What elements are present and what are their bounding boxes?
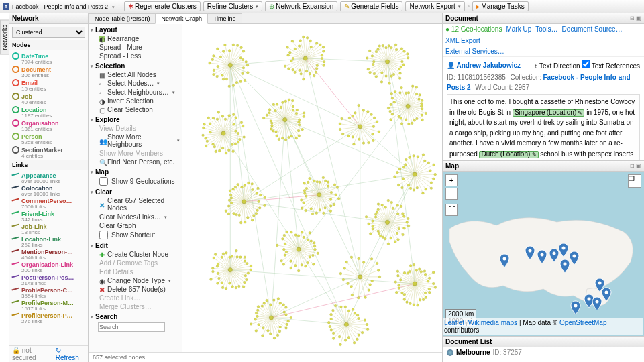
clear-selection[interactable]: ▢Clear Selection [89,105,182,114]
svg-point-672 [327,181,329,184]
doc-person[interactable]: 👤 Andrew Jakubowicz [447,60,521,70]
spread-more[interactable]: Spread - More [89,43,182,52]
delete-nodes[interactable]: ✖Delete 657 Node(s) [89,285,182,294]
svg-point-408 [270,120,272,123]
svg-point-341 [203,123,206,125]
panel-controls[interactable]: ⊟ ▣ [630,15,641,21]
network-expansion-button[interactable]: ⊕Network Expansion [265,1,337,11]
spread-less[interactable]: Spread - Less [89,52,182,60]
svg-line-31 [271,318,346,324]
svg-point-140 [291,40,294,42]
svg-point-323 [215,150,217,153]
svg-point-104 [315,67,318,70]
svg-point-989 [418,268,421,271]
svg-point-831 [317,252,319,255]
search-group[interactable]: Search [89,312,182,321]
svg-point-296 [421,99,423,102]
tab-timeline[interactable]: Timeline [207,13,242,23]
text-refs-checkbox[interactable] [582,60,590,68]
entity-singapore[interactable]: Singapore (Location) ✎ [513,109,585,117]
edit-group[interactable]: Edit [89,241,182,250]
clear-nodes-links[interactable]: Clear Nodes/Links… [89,213,182,221]
show-geolocations[interactable]: Show 9 Geolocations [89,176,182,186]
network-tab[interactable]: Network [12,15,38,22]
regenerate-clusters-button[interactable]: ✱Regenerate Clusters [124,1,201,11]
svg-point-991 [420,270,423,273]
clear-group[interactable]: Clear [89,188,182,196]
svg-point-640 [305,209,307,212]
add-remove-tags: Add / Remove Tags [89,259,182,267]
svg-point-370 [221,131,225,135]
svg-point-163 [303,56,307,60]
select-nodes[interactable]: ▫Select Nodes… [89,79,182,88]
change-node-type[interactable]: ◉Change Node Type [89,276,182,285]
clear-graph[interactable]: Clear Graph [89,221,182,230]
search-input[interactable] [98,322,165,332]
svg-point-780 [221,286,224,289]
clear-selected[interactable]: ✖Clear 657 Selected Nodes [89,196,182,213]
external-services[interactable]: External Services… [445,48,504,55]
svg-point-91 [241,58,244,61]
tab-network-graph[interactable]: Network Graph [155,13,208,24]
refine-clusters-button[interactable]: Refine Clusters [203,1,262,11]
text-direction[interactable]: ↕ Text Direction [534,62,580,70]
svg-point-987 [415,269,418,272]
map-panel-controls[interactable]: ⊟ ▣ [630,163,641,169]
svg-point-112 [305,70,308,72]
fullscreen-button[interactable]: ⛶ [445,204,458,216]
xml-export-link[interactable]: XML Export [445,37,480,44]
svg-point-941 [424,292,427,294]
svg-point-402 [270,128,273,131]
svg-point-426 [282,101,284,104]
svg-point-889 [313,242,316,245]
select-all[interactable]: ▦Select All Nodes [89,70,182,79]
rearrange[interactable]: ◐Rearrange [89,34,182,43]
manage-tasks-button[interactable]: ▸Manage Tasks [472,1,528,11]
svg-point-532 [409,156,411,159]
generate-fields-button[interactable]: ✎Generate Fields [340,1,402,11]
zoom-out-button[interactable]: − [445,188,458,200]
layers-button[interactable]: ❐ [628,174,641,188]
svg-point-967 [398,284,400,286]
svg-point-337 [209,131,212,133]
create-cluster[interactable]: ✚Create Cluster Node [89,250,182,259]
svg-line-58 [213,65,230,74]
explore-group[interactable]: Explore [89,115,182,124]
svg-point-430 [288,99,290,101]
doclist-row[interactable]: Melbourne ID: 37257 [443,347,644,357]
svg-point-691 [402,233,405,236]
network-export-button[interactable]: Network Export [405,1,464,11]
svg-point-252 [405,119,407,121]
status-bar: 657 selected nodes [89,352,442,362]
doc-source-link[interactable]: Document Source… [562,25,623,33]
map-canvas[interactable]: + − ⛶ ❐ 2000 km1000 mi Leaflet | Wikimed… [443,172,644,337]
zoom-in-button[interactable]: + [445,174,458,186]
layout-group[interactable]: Layout [89,25,182,34]
tab-node-table[interactable]: Node Table (Person) [89,13,156,23]
svg-line-224 [388,48,402,62]
selection-group[interactable]: Selection [89,62,182,70]
show-shortcut[interactable]: Show Shortcut [89,230,182,240]
svg-point-473 [341,117,343,120]
svg-point-628 [324,206,327,209]
select-neighbours[interactable]: ◦Select Neighbours… [89,88,182,97]
entities-list: DateTime7974 entitiesDocument306 entitie… [9,50,88,160]
find-near[interactable]: 🔍Find Near Person, etc. [89,158,182,166]
refresh-button[interactable]: ↻ Refresh [56,347,85,361]
title-dropdown[interactable] [111,3,115,10]
svg-point-299 [406,104,410,108]
markup-link[interactable]: Mark Up [506,25,531,33]
clustered-select[interactable]: Clustered [12,27,85,38]
svg-point-67 [211,58,214,61]
geo-checkbox[interactable] [99,177,108,186]
network-graph-canvas[interactable] [182,24,442,352]
tools-link[interactable]: Tools… [535,25,557,33]
map-group[interactable]: Map [89,168,182,176]
svg-point-494 [434,173,437,176]
show-more-neighbours[interactable]: 👥Show More Neighbours [89,133,182,149]
entity-dutch[interactable]: Dutch (Location) ✎ [479,151,538,158]
networks-vertical-tab[interactable]: Networks [0,20,9,55]
geo-count[interactable]: ● 12 Geo-locations [445,25,502,33]
invert-selection[interactable]: ◑Invert Selection [89,97,182,105]
svg-point-1067 [366,323,368,326]
